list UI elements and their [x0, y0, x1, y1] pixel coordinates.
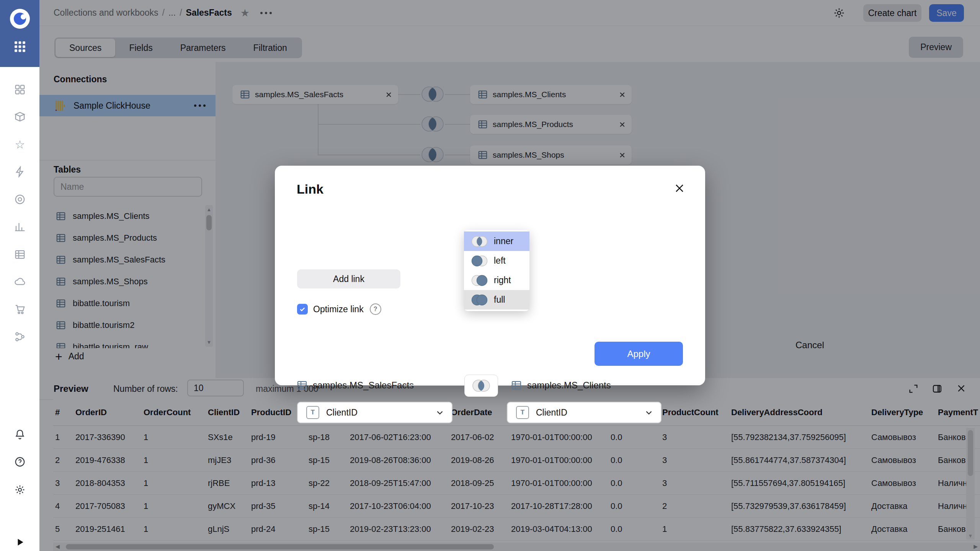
table-icon: [511, 380, 522, 391]
flow-icon[interactable]: [13, 330, 26, 343]
table-nav-icon[interactable]: [13, 248, 26, 261]
join-line: [497, 385, 511, 386]
field-type-icon: T: [306, 406, 319, 419]
close-modal-icon[interactable]: [674, 183, 685, 194]
venn-full-icon: [471, 294, 488, 306]
play-icon[interactable]: [13, 536, 26, 549]
chevron-down-icon: [644, 408, 654, 417]
lightning-icon[interactable]: [13, 165, 26, 178]
add-link-button[interactable]: Add link: [297, 269, 400, 289]
join-option-right[interactable]: right: [464, 271, 529, 290]
left-field-value: ClientID: [326, 408, 358, 418]
datalens-logo[interactable]: [8, 7, 32, 32]
venn-left-icon: [471, 255, 488, 267]
app-sidebar: ☆: [0, 0, 39, 551]
apps-grid-icon[interactable]: [13, 40, 27, 55]
chevron-down-icon: [435, 408, 445, 417]
bell-icon[interactable]: [13, 428, 26, 441]
modal-title: Link: [297, 182, 323, 197]
dashboard-icon[interactable]: [13, 83, 26, 96]
settings-gear-icon[interactable]: [13, 483, 26, 496]
help-icon[interactable]: [13, 455, 26, 468]
disc-icon[interactable]: [13, 193, 26, 206]
help-icon[interactable]: ?: [370, 303, 381, 315]
logo-block: [0, 0, 39, 67]
cloud-icon[interactable]: [13, 275, 26, 288]
join-type-button[interactable]: [464, 375, 498, 397]
cart-icon[interactable]: [13, 303, 26, 316]
cancel-button[interactable]: Cancel: [795, 340, 824, 350]
join-type-menu: inner left right full: [464, 230, 529, 311]
right-field-value: ClientID: [536, 408, 567, 418]
table-icon: [297, 380, 307, 391]
box-icon[interactable]: [13, 110, 26, 123]
join-line: [409, 385, 464, 386]
join-option-inner[interactable]: inner: [464, 231, 529, 251]
right-field-select[interactable]: T ClientID: [507, 402, 662, 423]
modal-right-table: samples.MS_Clients: [511, 375, 611, 395]
favorites-star-icon[interactable]: ☆: [13, 138, 26, 151]
join-option-full[interactable]: full: [464, 290, 529, 310]
optimize-link-row: Optimize link ?: [297, 303, 381, 315]
optimize-label: Optimize link: [313, 304, 364, 315]
join-option-left[interactable]: left: [464, 251, 529, 271]
left-field-select[interactable]: T ClientID: [297, 402, 452, 423]
apply-button[interactable]: Apply: [595, 342, 683, 366]
venn-inner-icon: [471, 235, 488, 248]
venn-right-icon: [471, 274, 488, 287]
dataset-editor: samples.MS_SalesFacts samples.MS_Clients…: [0, 0, 980, 551]
field-type-icon: T: [516, 406, 529, 419]
chart-icon[interactable]: [13, 220, 26, 233]
modal-left-table: samples.MS_SalesFacts: [297, 375, 414, 395]
optimize-checkbox[interactable]: [297, 304, 308, 315]
